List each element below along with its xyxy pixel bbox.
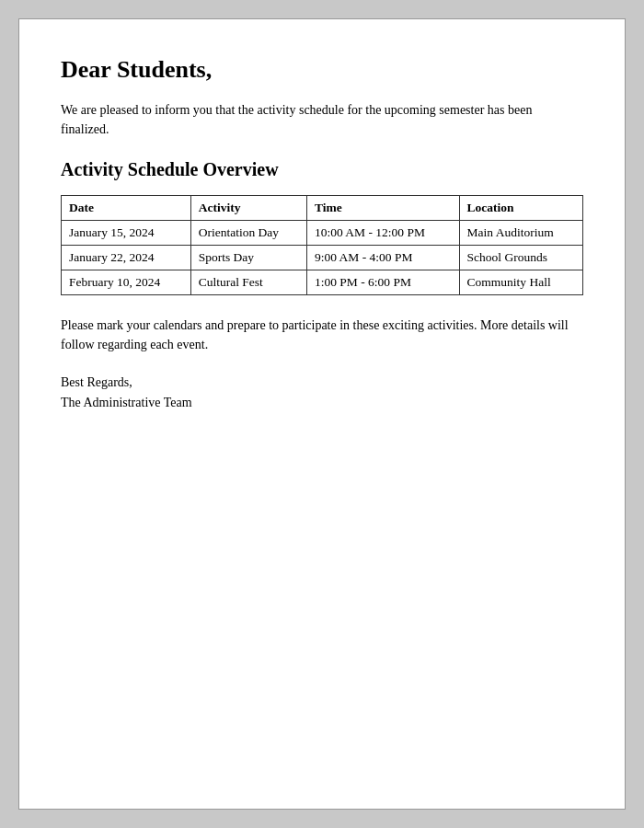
sign-off: Best Regards, The Administrative Team [61, 373, 583, 414]
sign-off-line2: The Administrative Team [61, 393, 583, 413]
cell-location: Community Hall [459, 270, 582, 295]
col-header-location: Location [459, 196, 582, 221]
col-header-time: Time [306, 196, 459, 221]
cell-activity: Orientation Day [190, 221, 306, 246]
cell-location: Main Auditorium [459, 221, 582, 246]
sign-off-line1: Best Regards, [61, 373, 583, 393]
col-header-activity: Activity [190, 196, 306, 221]
cell-date: January 15, 2024 [62, 221, 191, 246]
cell-time: 1:00 PM - 6:00 PM [306, 270, 459, 295]
table-row: January 15, 2024Orientation Day10:00 AM … [62, 221, 583, 246]
cell-activity: Cultural Fest [190, 270, 306, 295]
table-header-row: Date Activity Time Location [62, 196, 583, 221]
letter-page: Dear Students, We are pleased to inform … [18, 18, 626, 810]
cell-date: January 22, 2024 [62, 246, 191, 270]
greeting-heading: Dear Students, [61, 56, 583, 84]
cell-time: 10:00 AM - 12:00 PM [306, 221, 459, 246]
cell-activity: Sports Day [190, 246, 306, 270]
cell-date: February 10, 2024 [62, 270, 191, 295]
schedule-table: Date Activity Time Location January 15, … [61, 195, 583, 295]
section-title: Activity Schedule Overview [61, 159, 583, 180]
table-row: January 22, 2024Sports Day9:00 AM - 4:00… [62, 246, 583, 270]
col-header-date: Date [62, 196, 191, 221]
footer-paragraph: Please mark your calendars and prepare t… [61, 316, 583, 354]
cell-location: School Grounds [459, 246, 582, 270]
intro-paragraph: We are pleased to inform you that the ac… [61, 100, 583, 139]
cell-time: 9:00 AM - 4:00 PM [306, 246, 459, 270]
table-row: February 10, 2024Cultural Fest1:00 PM - … [62, 270, 583, 295]
